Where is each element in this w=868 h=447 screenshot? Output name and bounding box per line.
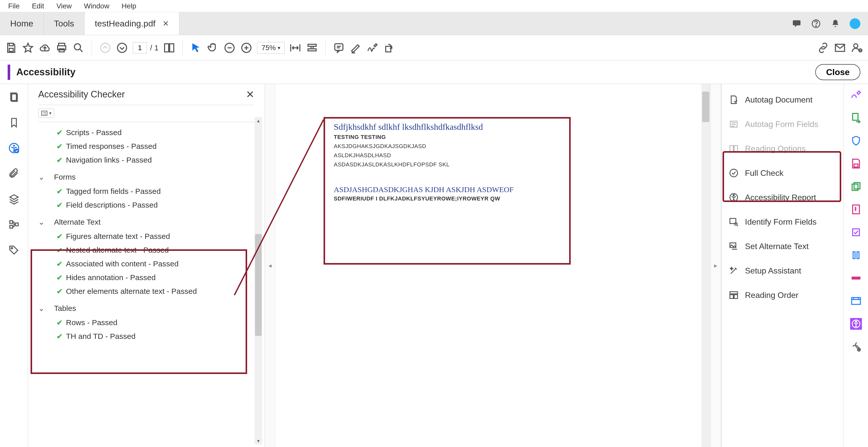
bookmarks-icon[interactable] (8, 117, 20, 128)
svg-point-36 (733, 195, 735, 196)
organize-save-icon[interactable] (850, 158, 862, 169)
sticky-note-icon[interactable] (333, 42, 345, 54)
protect-icon[interactable] (850, 135, 862, 146)
group-alternate-text[interactable]: ⌄Alternate Text (37, 214, 252, 230)
svg-point-10 (118, 43, 127, 53)
pass-icon: ✔ (57, 187, 62, 196)
sign-icon[interactable] (366, 42, 379, 54)
menu-file[interactable]: File (2, 1, 26, 11)
highlight-icon[interactable] (349, 42, 362, 54)
document-scrollbar[interactable] (702, 84, 710, 447)
star-icon[interactable] (22, 42, 34, 54)
layers-icon[interactable] (8, 193, 20, 205)
check-item[interactable]: ✔Nested alternate text - Passed (37, 243, 252, 257)
tab-tools[interactable]: Tools (44, 12, 85, 35)
group-tables[interactable]: ⌄Tables (37, 301, 252, 316)
tags-tree-icon[interactable] (8, 219, 20, 230)
tab-home[interactable]: Home (0, 12, 44, 35)
zoom-in-icon[interactable] (240, 42, 252, 54)
edit-pdf-icon[interactable] (850, 89, 862, 101)
checker-close-icon[interactable]: ✕ (246, 89, 254, 100)
page-number-input[interactable] (133, 42, 147, 54)
pass-icon: ✔ (57, 142, 62, 150)
page-indicator: / 1 (133, 42, 158, 54)
attachments-icon[interactable] (8, 168, 20, 179)
more-tools-icon[interactable] (850, 341, 862, 353)
check-item[interactable]: ✔Associated with content - Passed (37, 257, 252, 271)
action-identify-form-fields[interactable]: Identify Form Fields (724, 212, 840, 232)
action-full-check[interactable]: Full Check (724, 163, 840, 183)
measure-icon[interactable] (850, 249, 862, 261)
check-item[interactable]: ✔Navigation links - Passed (37, 153, 252, 167)
zoom-out-icon[interactable] (223, 42, 236, 54)
scroll-thumb[interactable] (255, 234, 262, 336)
checker-options-dropdown[interactable]: ▾ (38, 109, 54, 118)
check-item[interactable]: ✔Hides annotation - Passed (37, 271, 252, 284)
group-forms[interactable]: ⌄Forms (37, 169, 252, 184)
stamp-icon[interactable] (850, 227, 862, 238)
reflow-icon[interactable] (306, 42, 318, 54)
menu-help[interactable]: Help (116, 1, 143, 11)
bell-icon[interactable] (830, 19, 840, 29)
hand-tool-icon[interactable] (207, 42, 219, 54)
menu-window[interactable]: Window (78, 1, 116, 11)
pass-icon: ✔ (57, 260, 62, 268)
doc-collapse-left[interactable]: ◂ (265, 84, 275, 447)
page-down-icon[interactable] (116, 42, 128, 54)
main-area: Accessibility Checker ✕ ▾ ✔Scripts - Pas… (0, 84, 868, 447)
scroll-up-icon[interactable]: ▴ (254, 117, 262, 124)
check-item[interactable]: ✔Rows - Passed (37, 316, 252, 330)
check-circle-icon (728, 168, 739, 178)
save-icon[interactable] (5, 42, 17, 54)
group-label: Forms (54, 173, 76, 181)
check-item-label: Rows - Passed (66, 318, 118, 327)
scroll-thumb[interactable] (702, 92, 709, 122)
doc-collapse-right[interactable]: ▸ (710, 84, 721, 447)
check-item[interactable]: ✔Other elements alternate text - Passed (37, 284, 252, 298)
tab-document[interactable]: testHeading.pdf ✕ (85, 12, 179, 35)
search-icon[interactable] (72, 42, 85, 54)
document-viewport[interactable]: Sdfjkhsdkhf sdlkhf lksdhflkshdfkasdhflks… (275, 84, 710, 447)
avatar[interactable] (850, 18, 860, 29)
action-accessibility-report[interactable]: Accessibility Report (724, 188, 840, 207)
link-share-icon[interactable] (817, 42, 829, 54)
selection-tool-icon[interactable] (190, 42, 202, 54)
check-item[interactable]: ✔Scripts - Passed (37, 126, 252, 139)
export-pdf-icon[interactable] (850, 112, 862, 124)
page-up-icon[interactable] (99, 42, 111, 54)
accessibility-check-icon[interactable] (8, 142, 20, 154)
ruler-icon[interactable] (850, 272, 862, 284)
share-people-icon[interactable] (851, 42, 863, 54)
tags-icon[interactable] (8, 244, 20, 255)
menu-view[interactable]: View (50, 1, 78, 11)
rotate-icon[interactable] (383, 42, 395, 54)
check-item[interactable]: ✔TH and TD - Passed (37, 330, 252, 343)
video-icon[interactable] (850, 295, 862, 307)
fit-width-icon[interactable] (289, 42, 301, 54)
checker-scrollbar[interactable]: ▴ ▾ (254, 117, 262, 444)
thumbnails-icon[interactable] (8, 92, 20, 103)
accessibility-tool-active-icon[interactable] (850, 318, 862, 330)
check-item[interactable]: ✔Figures alternate text - Passed (37, 230, 252, 243)
check-item[interactable]: ✔Timed responses - Passed (37, 139, 252, 153)
cloud-upload-icon[interactable] (39, 42, 51, 54)
help-icon[interactable] (811, 19, 821, 29)
menu-edit[interactable]: Edit (26, 1, 50, 11)
combine-files-icon[interactable] (850, 181, 862, 192)
action-setup-assistant[interactable]: Setup Assistant (724, 261, 840, 280)
print-icon[interactable] (56, 42, 68, 54)
action-reading-order[interactable]: Reading Order (724, 285, 840, 305)
panel-close-button[interactable]: Close (815, 64, 860, 80)
action-autotag-document[interactable]: Autotag Document (724, 90, 840, 109)
page-view-icon[interactable] (163, 42, 175, 54)
zoom-dropdown[interactable]: 75% ▾ (257, 42, 285, 54)
scroll-down-icon[interactable]: ▾ (254, 437, 262, 444)
action-set-alternate-text[interactable]: Set Alternate Text (724, 237, 840, 256)
tab-close-icon[interactable]: ✕ (162, 19, 169, 28)
svg-rect-45 (852, 184, 858, 190)
comment-icon[interactable] (792, 19, 802, 29)
compress-icon[interactable] (850, 204, 862, 215)
check-item[interactable]: ✔Tagged form fields - Passed (37, 184, 252, 198)
email-icon[interactable] (834, 42, 846, 54)
check-item[interactable]: ✔Field descriptions - Passed (37, 198, 252, 212)
